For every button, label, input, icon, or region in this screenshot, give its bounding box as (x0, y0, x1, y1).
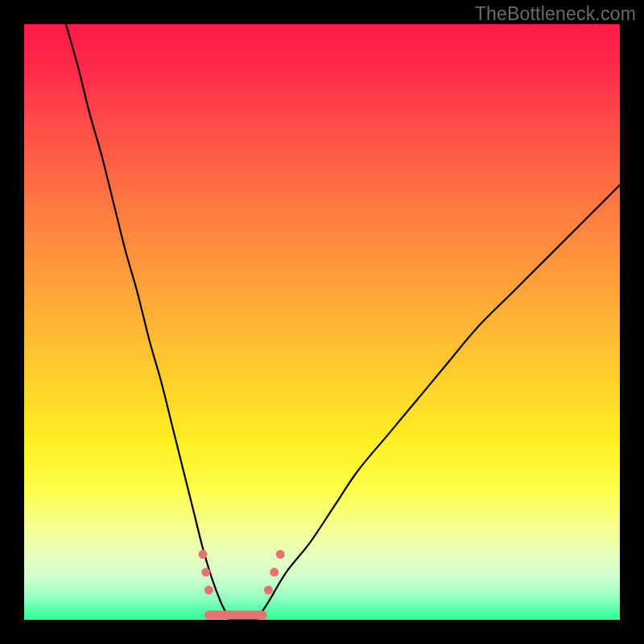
marker-right-dot-0 (264, 586, 273, 595)
plot-area (24, 24, 620, 620)
marker-left-dot-2 (204, 586, 213, 595)
marker-right-dot-1 (270, 568, 279, 576)
marker-left-dot-1 (201, 568, 210, 576)
marker-right-dot-2 (276, 550, 285, 559)
curve-right-curve (257, 185, 620, 620)
chart-frame: TheBottleneck.com (0, 0, 644, 644)
chart-svg (24, 24, 620, 620)
watermark-text: TheBottleneck.com (475, 3, 636, 25)
marker-left-dot-0 (199, 550, 208, 559)
curve-left-curve (66, 24, 229, 620)
